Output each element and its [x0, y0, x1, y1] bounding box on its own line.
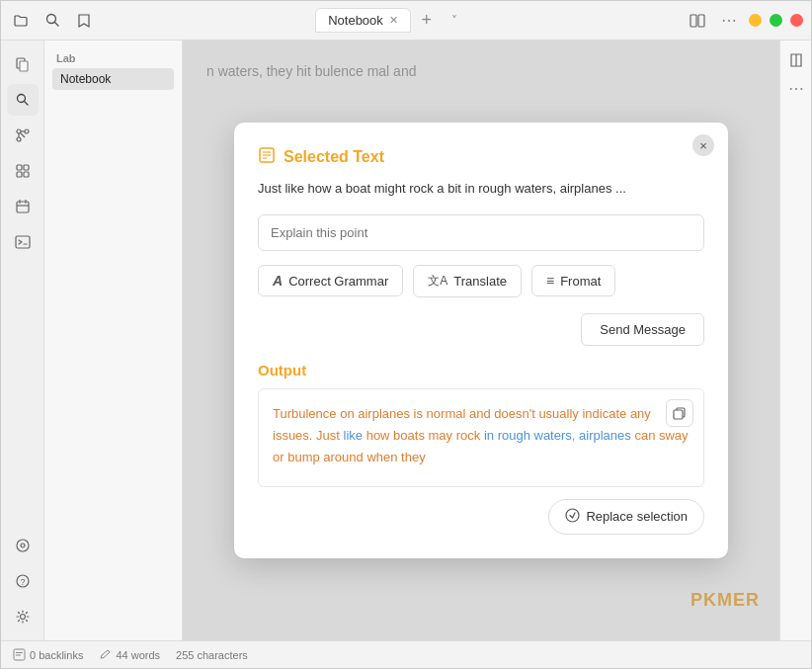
tab-close-icon[interactable]: ✕: [389, 14, 398, 27]
chevron-down-icon[interactable]: ˅: [443, 9, 466, 33]
modal-close-button[interactable]: ×: [692, 134, 714, 156]
help-icon[interactable]: ?: [7, 565, 39, 597]
title-bar: Notebook ✕ + ˅ ⋯: [1, 1, 811, 41]
notebook-tab[interactable]: Notebook ✕: [315, 8, 411, 33]
app-window: Notebook ✕ + ˅ ⋯: [0, 0, 812, 669]
folder-icon[interactable]: [9, 9, 33, 33]
output-text-highlight-airplanes: airplanes: [579, 428, 631, 443]
tab-area: Notebook ✕ + ˅: [100, 8, 682, 33]
title-bar-right: ⋯: [686, 9, 803, 33]
correct-grammar-label: Correct Grammar: [288, 274, 388, 289]
calendar-icon[interactable]: [7, 191, 39, 222]
send-btn-row: Send Message: [258, 313, 704, 346]
terminal-icon[interactable]: [7, 226, 39, 258]
svg-rect-18: [17, 202, 29, 212]
tab-label: Notebook: [328, 13, 383, 28]
svg-rect-22: [16, 236, 30, 248]
output-text: Turbulence on airplanes is normal and do…: [273, 403, 690, 468]
words-count: 44 words: [116, 649, 160, 661]
svg-rect-33: [674, 410, 683, 419]
output-text-highlight-waters: waters: [534, 428, 572, 443]
search-rail-icon[interactable]: [7, 84, 39, 116]
files-icon[interactable]: [7, 48, 39, 80]
copy-output-button[interactable]: [666, 399, 693, 427]
output-text-highlight-in: in: [484, 428, 494, 443]
more-options-icon[interactable]: ⋯: [717, 9, 741, 33]
svg-rect-17: [24, 172, 29, 177]
replace-selection-label: Replace selection: [586, 509, 688, 524]
status-bar: 0 backlinks 44 words 255 characters: [1, 640, 811, 668]
translate-icon: 文A: [428, 273, 447, 290]
format-label: Fromat: [560, 274, 601, 289]
svg-line-13: [20, 133, 25, 138]
svg-point-10: [17, 137, 21, 141]
modal-overlay: × Selected Text: [183, 41, 779, 640]
svg-rect-5: [20, 61, 28, 71]
sidebar-item-notebook[interactable]: Notebook: [52, 68, 174, 90]
minimize-button[interactable]: [749, 14, 762, 27]
branch-icon[interactable]: [7, 120, 39, 151]
translate-button[interactable]: 文A Translate: [413, 265, 522, 297]
chars-count: 255 characters: [176, 649, 248, 661]
correct-grammar-button[interactable]: A Correct Grammar: [258, 265, 403, 296]
replace-selection-button[interactable]: Replace selection: [548, 499, 704, 535]
right-rail: ⋯: [779, 41, 811, 640]
sidebar-item-label: Notebook: [60, 72, 111, 86]
backlinks-status: 0 backlinks: [13, 648, 83, 661]
svg-point-25: [21, 544, 25, 547]
icon-rail: ?: [1, 41, 44, 640]
words-status: 44 words: [99, 648, 160, 661]
modal-header: Selected Text: [258, 146, 704, 168]
svg-rect-2: [690, 15, 696, 27]
maximize-button[interactable]: [770, 14, 782, 27]
output-text-highlight-like: like: [344, 428, 364, 443]
sidebar-group-label: Lab: [52, 48, 174, 68]
output-text-highlight-rough: rough: [498, 428, 530, 443]
new-tab-icon[interactable]: +: [415, 9, 439, 33]
grammar-icon: A: [273, 273, 283, 289]
plugin-icon[interactable]: [7, 530, 39, 561]
backlinks-icon: [13, 648, 26, 661]
book-icon[interactable]: [784, 48, 808, 72]
selected-text-preview: Just like how a boat might rock a bit in…: [258, 180, 704, 198]
svg-rect-16: [17, 172, 22, 177]
format-button[interactable]: ≡ Fromat: [531, 265, 615, 296]
title-bar-left: [9, 9, 96, 33]
settings-icon[interactable]: [7, 601, 39, 632]
output-text-segment5: ,: [572, 428, 579, 443]
edit-icon: [99, 648, 112, 661]
svg-text:?: ?: [20, 577, 25, 587]
replace-icon: [565, 508, 580, 526]
output-box: Turbulence on airplanes is normal and do…: [258, 388, 704, 487]
svg-point-8: [17, 129, 21, 133]
svg-line-7: [24, 102, 28, 106]
svg-line-1: [54, 23, 58, 27]
main-layout: ? Lab Notebook n waters, they hit bulenc…: [1, 41, 811, 640]
output-label: Output: [258, 362, 704, 378]
bookmark-icon[interactable]: [72, 9, 96, 33]
svg-rect-15: [24, 165, 29, 170]
content-area: n waters, they hit bulence mal and ×: [183, 41, 779, 640]
grid-icon[interactable]: [7, 155, 39, 187]
action-buttons: A Correct Grammar 文A Translate ≡ Fromat: [258, 265, 704, 297]
svg-point-34: [566, 509, 579, 522]
svg-rect-14: [17, 165, 22, 170]
format-icon: ≡: [546, 273, 554, 289]
modal-title: Selected Text: [284, 148, 384, 166]
more-icon[interactable]: ⋯: [784, 76, 808, 100]
svg-rect-3: [698, 15, 704, 27]
send-message-button[interactable]: Send Message: [581, 313, 704, 346]
svg-point-24: [17, 540, 29, 551]
selected-text-icon: [258, 146, 276, 168]
output-text-segment2: how boats may rock: [363, 428, 484, 443]
layout-toggle-icon[interactable]: [686, 9, 709, 33]
chars-status: 255 characters: [176, 649, 248, 661]
search-icon[interactable]: [41, 9, 64, 33]
backlinks-count: 0 backlinks: [30, 649, 83, 661]
sidebar-panel: Lab Notebook: [44, 41, 183, 640]
window-close-button[interactable]: [790, 14, 803, 27]
message-input[interactable]: [258, 214, 704, 251]
translate-label: Translate: [453, 274, 507, 289]
svg-point-28: [20, 615, 25, 620]
svg-point-9: [25, 129, 29, 133]
